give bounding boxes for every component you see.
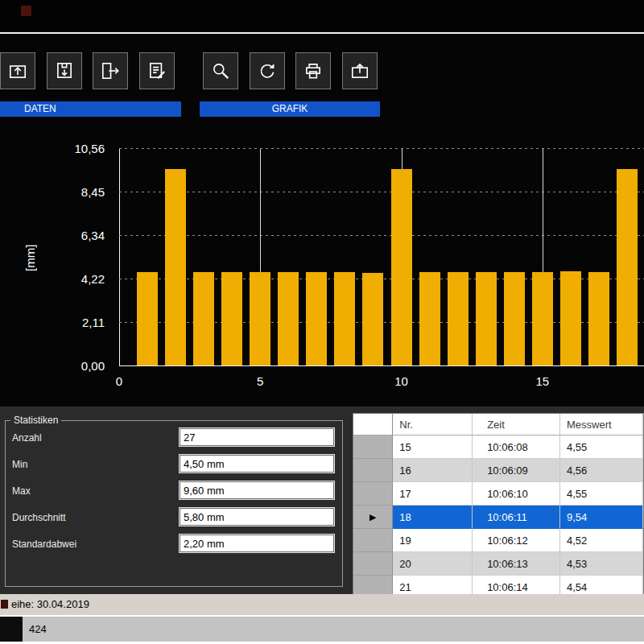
x-tick-label: 10 [390,374,414,388]
y-tick-label: 6,34 [40,229,105,243]
row-selector-header [353,414,393,436]
table-row[interactable]: 1910:06:124,52 [353,529,643,552]
bar [391,169,412,365]
table-cell: 10:06:09 [473,459,560,482]
y-tick-label: 4,22 [40,272,105,287]
row-selector[interactable] [353,529,393,552]
table-row[interactable]: ▶1810:06:119,54 [353,506,643,529]
table-row[interactable]: 2010:06:134,53 [353,552,643,576]
x-tick-label: 0 [107,374,131,388]
stat-row: Standardabwei [6,532,342,559]
stat-label: Anzahl [12,432,42,444]
bar [362,273,383,365]
stat-row: Max [6,479,342,506]
bar [250,272,270,365]
measurement-chart: [mm] 0,002,114,226,348,4510,56 051015 [0,125,644,407]
stat-value-field[interactable] [180,481,334,499]
table-cell: 10:06:12 [473,529,560,552]
table-cell: 20 [393,552,473,576]
bar [137,272,158,365]
column-header[interactable]: Nr. [393,414,473,436]
table-cell: 10:06:14 [473,576,560,594]
report-button[interactable] [139,52,175,89]
table-row[interactable]: 2110:06:144,54 [353,576,643,594]
row-selector[interactable] [353,576,393,594]
y-axis-ticks: 0,002,114,226,348,4510,56 [0,149,111,366]
bar [588,272,609,365]
x-axis-ticks: 051015 [119,374,644,392]
stat-value-field[interactable] [180,508,334,526]
bottom-bar-block [0,617,23,642]
bar [504,272,525,365]
table-row[interactable]: 1610:06:094,56 [353,459,643,482]
refresh-icon [257,60,278,81]
y-tick-label: 10,56 [40,142,105,156]
column-header[interactable]: Messwert [560,414,643,436]
bar [278,272,299,365]
table-cell: 10:06:10 [473,482,560,506]
toolbar: DATEN GRAFIK [0,34,644,125]
table-header-row: Nr.ZeitMesswert [353,414,643,436]
save-button[interactable] [47,52,82,89]
stat-label: Min [12,459,27,470]
open-button[interactable] [0,52,35,89]
application-window: DATEN GRAFIK [mm] 0,002,114,226,348,4510… [0,0,644,644]
table-cell: 4,56 [560,459,643,482]
h-gridline [119,148,644,149]
statistics-fields: AnzahlMinMaxDurchschnittStandardabwei [6,426,342,559]
table-cell: 10:06:11 [473,506,560,529]
bottom-bar-text: 424 [29,617,47,642]
table-cell: 9,54 [560,506,643,529]
y-axis-line [119,149,120,366]
table-cell: 4,55 [560,482,643,506]
row-selector[interactable] [353,552,393,576]
table-row[interactable]: 1710:06:104,55 [353,482,643,506]
refresh-button[interactable] [250,52,285,89]
bar [165,169,186,365]
row-selector[interactable] [353,436,393,459]
zoom-button[interactable] [203,52,238,89]
stat-label: Max [12,485,31,497]
bar [419,272,440,365]
status-bar-text: eihe: 30.04.2019 [11,594,89,615]
search-icon [210,60,231,81]
stat-value-field[interactable] [180,535,334,552]
row-selector[interactable]: ▶ [353,506,393,529]
stat-value-field[interactable] [180,455,334,473]
stat-row: Min [6,452,342,479]
measurements-table: Nr.ZeitMesswert1510:06:084,551610:06:094… [353,413,644,594]
table-cell: 21 [393,576,473,594]
row-selector[interactable] [353,459,393,482]
export-button[interactable] [93,52,128,89]
y-tick-label: 8,45 [40,185,105,200]
status-bar-icon [1,600,8,609]
table-cell: 16 [393,459,473,482]
statistics-groupbox: Statistiken AnzahlMinMaxDurchschnittStan… [5,415,343,587]
stat-value-field[interactable] [180,428,334,446]
x-tick-label: 15 [530,374,555,388]
bar [617,169,638,365]
bar [448,272,469,365]
stat-label: Standardabwei [12,539,76,550]
bar [334,272,355,365]
grafik-section-label: GRAFIK [200,101,380,117]
print-button[interactable] [295,52,331,89]
printer-icon [303,60,324,81]
stat-row: Anzahl [6,426,342,452]
table-cell: 19 [393,529,473,552]
table-cell: 4,52 [560,529,643,552]
grafik-button-group [203,52,388,91]
h-gridline [119,192,644,192]
plot-area [119,149,644,366]
bar [476,272,497,365]
title-bar [0,0,644,32]
bottom-region: Statistiken AnzahlMinMaxDurchschnittStan… [0,407,644,594]
table-row[interactable]: 1510:06:084,55 [353,436,643,459]
export-graph-button[interactable] [342,52,378,89]
table-cell: 10:06:13 [473,552,560,576]
row-selector[interactable] [353,482,393,506]
status-bar: eihe: 30.04.2019 [0,594,644,615]
bar [560,271,581,365]
bar [193,272,214,365]
column-header[interactable]: Zeit [473,414,560,436]
